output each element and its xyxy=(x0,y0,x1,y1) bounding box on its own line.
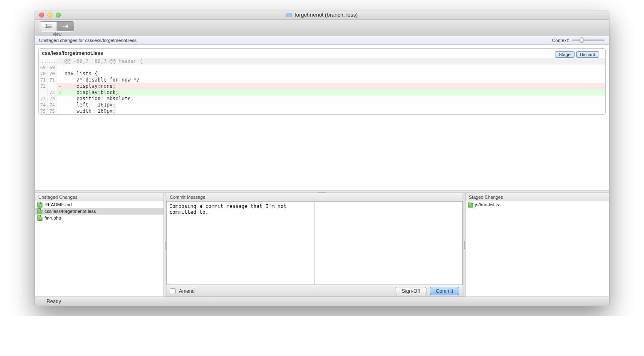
diff-line[interactable]: 7474 left: -161px; xyxy=(39,102,605,108)
view-commit-button[interactable] xyxy=(57,22,74,31)
unstaged-header: Unstaged Changes xyxy=(35,193,163,201)
context-slider[interactable] xyxy=(572,40,605,41)
staged-panel: Staged Changes js/fmn-list.js xyxy=(466,193,609,297)
status-text: Ready xyxy=(47,299,61,304)
commit-header: Commit Message xyxy=(166,193,463,201)
slider-knob[interactable] xyxy=(579,37,584,42)
commit-button[interactable]: Commit xyxy=(430,287,459,295)
minimize-icon[interactable] xyxy=(47,12,52,17)
folder-icon xyxy=(286,12,292,17)
lower-panels: Unstaged Changes README.mdcss/less/forge… xyxy=(35,193,609,297)
file-row[interactable]: fmn.php xyxy=(35,215,163,221)
file-name: css/less/forgetmenot.less xyxy=(45,209,96,214)
file-icon xyxy=(37,208,42,214)
diff-line[interactable]: 72+ display:block; xyxy=(39,89,605,96)
file-icon xyxy=(37,215,42,221)
svg-point-1 xyxy=(45,27,47,28)
diff-line[interactable]: 7171 /* disable for now */ xyxy=(39,77,605,83)
commit-panel: Commit Message Amend Sign-Off Commit xyxy=(166,193,463,297)
amend-checkbox[interactable] xyxy=(170,288,176,294)
svg-point-0 xyxy=(45,25,47,26)
file-name: fmn.php xyxy=(45,215,61,220)
diff-line[interactable]: ......@@ -69,7 +69,7 @@ header { xyxy=(39,58,605,64)
context-label: Context: xyxy=(552,38,569,43)
file-icon xyxy=(37,202,42,208)
diff-box: css/less/forgetmenot.less ......@@ -69,7… xyxy=(38,48,606,115)
unstaged-panel: Unstaged Changes README.mdcss/less/forge… xyxy=(35,193,164,297)
horizontal-splitter[interactable] xyxy=(35,190,609,193)
window-controls xyxy=(39,12,61,17)
stage-button[interactable]: Stage xyxy=(555,51,575,58)
titlebar: forgetmenot (branch: less) xyxy=(35,10,609,20)
zoom-icon[interactable] xyxy=(56,12,61,17)
window-title: forgetmenot (branch: less) xyxy=(35,12,609,18)
staged-file-list[interactable]: js/fmn-list.js xyxy=(466,201,609,297)
file-name: README.md xyxy=(45,202,72,207)
file-row[interactable]: css/less/forgetmenot.less xyxy=(35,208,163,215)
status-bar: Ready xyxy=(35,297,609,306)
diff-line[interactable]: 7575 width: 160px; xyxy=(39,108,605,114)
view-history-button[interactable] xyxy=(40,22,57,31)
vertical-splitter-right[interactable] xyxy=(463,193,466,297)
file-name: js/fmn-list.js xyxy=(475,202,499,207)
diff-pane: css/less/forgetmenot.less ......@@ -69,7… xyxy=(35,45,609,190)
diff-hunk: ......@@ -69,7 +69,7 @@ header {69697070… xyxy=(39,58,605,114)
app-window: forgetmenot (branch: less) View Unstaged… xyxy=(35,10,609,306)
file-row[interactable]: js/fmn-list.js xyxy=(466,201,609,208)
close-icon[interactable] xyxy=(39,12,44,17)
commit-action-bar: Amend Sign-Off Commit xyxy=(166,285,463,297)
diff-line[interactable]: 7070nav.lists { xyxy=(39,71,605,77)
file-icon xyxy=(468,202,473,208)
staged-header: Staged Changes xyxy=(466,193,609,201)
diff-file-path: css/less/forgetmenot.less xyxy=(39,49,605,58)
discard-button[interactable]: Discard xyxy=(576,51,599,58)
window-title-text: forgetmenot (branch: less) xyxy=(295,12,358,18)
context-control: Context: xyxy=(552,38,605,43)
diff-header-bar: Unstaged changes for css/less/forgetmeno… xyxy=(35,36,609,45)
diff-header-text: Unstaged changes for css/less/forgetmeno… xyxy=(39,38,136,43)
vertical-splitter-left[interactable] xyxy=(164,193,166,297)
diff-line[interactable]: 7373 position: absolute; xyxy=(39,96,605,102)
toolbar: View xyxy=(35,20,609,36)
view-switcher: View xyxy=(40,21,74,37)
diff-line[interactable]: 6969 xyxy=(39,64,605,71)
unstaged-file-list[interactable]: README.mdcss/less/forgetmenot.lessfmn.ph… xyxy=(35,201,163,297)
commit-message-input[interactable] xyxy=(166,201,315,285)
commit-message-overflow[interactable] xyxy=(315,201,463,285)
amend-label: Amend xyxy=(179,288,195,294)
diff-line[interactable]: 72- display:none; xyxy=(39,83,605,89)
file-row[interactable]: README.md xyxy=(35,201,163,208)
sign-off-button[interactable]: Sign-Off xyxy=(396,287,426,295)
